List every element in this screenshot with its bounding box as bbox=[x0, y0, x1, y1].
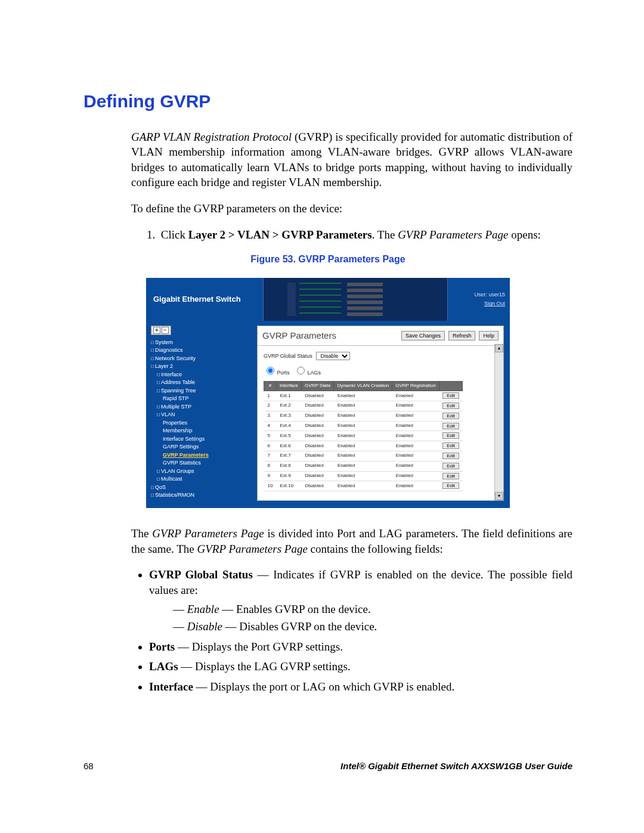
nav-expand-collapse[interactable]: +− bbox=[151, 326, 171, 335]
gvrp-screenshot: Gigabit Ethernet Switch User: user15 Sig… bbox=[146, 278, 510, 508]
refresh-button[interactable]: Refresh bbox=[448, 331, 476, 341]
page-number: 68 bbox=[83, 760, 94, 772]
cell-num: 8 bbox=[264, 461, 277, 471]
table-row: 9Ext.9DisabledEnabledEnabledEdit bbox=[264, 471, 463, 481]
disable-desc: — Disables GVRP on the device. bbox=[222, 620, 377, 633]
gvrp-table: # Interface GVRP State Dynamic VLAN Crea… bbox=[264, 381, 463, 491]
nav-item[interactable]: QoS bbox=[151, 484, 253, 492]
edit-button[interactable]: Edit bbox=[442, 423, 459, 429]
field-name: Interface bbox=[149, 680, 193, 693]
table-row: 1Ext.1DisabledEnabledEnabledEdit bbox=[264, 391, 463, 401]
edit-button[interactable]: Edit bbox=[442, 453, 459, 459]
global-status-select[interactable]: Disable bbox=[316, 352, 350, 360]
cell-state: Disabled bbox=[302, 441, 334, 451]
scrollbar[interactable]: ▴ ▾ bbox=[494, 344, 503, 500]
nav-item[interactable]: Multicast bbox=[157, 475, 253, 484]
nav-item[interactable]: Interface Settings bbox=[163, 435, 253, 444]
cell-num: 10 bbox=[264, 481, 277, 491]
edit-button[interactable]: Edit bbox=[442, 463, 459, 469]
nav-item[interactable]: Multiple STP bbox=[157, 403, 253, 411]
to-define-line: To define the GVRP parameters on the dev… bbox=[131, 201, 572, 216]
help-button[interactable]: Help bbox=[479, 331, 499, 341]
step-number: 1. bbox=[147, 228, 155, 241]
edit-button[interactable]: Edit bbox=[442, 392, 459, 399]
cell-iface: Ext.4 bbox=[276, 421, 301, 431]
field-definition-list: GVRP Global Status — Indicates if GVRP i… bbox=[149, 567, 572, 694]
cell-state: Disabled bbox=[302, 431, 334, 441]
cell-reg: Enabled bbox=[392, 391, 439, 401]
nav-item[interactable]: Spanning Tree bbox=[157, 387, 253, 395]
nav-item[interactable]: Membership bbox=[163, 427, 253, 435]
after-shot-paragraph: The GVRP Parameters Page is divided into… bbox=[131, 526, 572, 556]
edit-button[interactable]: Edit bbox=[442, 442, 459, 449]
cell-num: 4 bbox=[264, 421, 277, 431]
nav-item[interactable]: Diagnostics bbox=[151, 346, 253, 355]
cell-dyn: Enabled bbox=[334, 421, 392, 431]
step-bold-path: Layer 2 > VLAN > GVRP Parameters bbox=[188, 228, 372, 241]
after-i2: GVRP Parameters Page bbox=[197, 543, 307, 555]
intro-term-italic: GARP VLAN Registration Protocol bbox=[131, 131, 292, 143]
table-row: 5Ext.5DisabledEnabledEnabledEdit bbox=[264, 431, 463, 441]
nav-item[interactable]: GARP Settings bbox=[163, 443, 253, 451]
col-edit bbox=[439, 382, 463, 391]
nav-item[interactable]: Rapid STP bbox=[163, 395, 253, 403]
field-name: LAGs bbox=[149, 660, 178, 673]
nav-item[interactable]: VLAN bbox=[157, 411, 253, 419]
cell-iface: Ext.7 bbox=[276, 451, 301, 461]
field-lags: LAGs — Displays the LAG GVRP settings. bbox=[149, 659, 572, 674]
edit-button[interactable]: Edit bbox=[442, 402, 459, 409]
field-value-enable: Enable — Enables GVRP on the device. bbox=[173, 602, 572, 617]
port-lag-radio-row: Ports LAGs bbox=[264, 365, 497, 376]
lags-radio[interactable] bbox=[297, 367, 305, 374]
nav-item[interactable]: Interface bbox=[157, 371, 253, 379]
nav-item[interactable]: GVRP Parameters bbox=[163, 451, 253, 460]
nav-item[interactable]: System bbox=[151, 339, 253, 347]
page-footer: 68 Intel® Gigabit Ethernet Switch AXXSW1… bbox=[83, 760, 572, 772]
scroll-up-icon[interactable]: ▴ bbox=[495, 344, 503, 352]
nav-item[interactable]: Network Security bbox=[151, 355, 253, 363]
field-value-disable: Disable — Disables GVRP on the device. bbox=[173, 619, 572, 634]
nav-item[interactable]: VLAN Groups bbox=[157, 467, 253, 476]
nav-item[interactable]: Properties bbox=[163, 419, 253, 428]
cell-iface: Ext.6 bbox=[276, 441, 301, 451]
ports-radio[interactable] bbox=[267, 367, 274, 374]
after-a: The bbox=[131, 527, 152, 540]
nav-item[interactable]: GVRP Statistics bbox=[163, 459, 253, 467]
after-i1: GVRP Parameters Page bbox=[152, 527, 264, 540]
page-title: GVRP Parameters bbox=[262, 330, 336, 342]
col-gvrp-state: GVRP State bbox=[302, 382, 334, 391]
sign-out-link[interactable]: Sign Out bbox=[484, 300, 505, 307]
nav-item[interactable]: Layer 2 bbox=[151, 363, 253, 371]
ss-top-bar: Gigabit Ethernet Switch User: user15 Sig… bbox=[146, 278, 510, 321]
cell-state: Disabled bbox=[302, 451, 334, 461]
table-row: 4Ext.4DisabledEnabledEnabledEdit bbox=[264, 421, 463, 431]
edit-button[interactable]: Edit bbox=[442, 432, 459, 439]
figure-caption: Figure 53. GVRP Parameters Page bbox=[83, 253, 572, 266]
edit-button[interactable]: Edit bbox=[442, 413, 459, 419]
cell-dyn: Enabled bbox=[334, 401, 392, 411]
col-num: # bbox=[264, 382, 277, 391]
edit-button[interactable]: Edit bbox=[442, 473, 459, 479]
table-row: 8Ext.8DisabledEnabledEnabledEdit bbox=[264, 461, 463, 471]
cell-num: 6 bbox=[264, 441, 277, 451]
cell-iface: Ext.10 bbox=[276, 481, 301, 491]
cell-reg: Enabled bbox=[392, 451, 439, 461]
edit-button[interactable]: Edit bbox=[442, 482, 459, 489]
nav-item[interactable]: Statistics/RMON bbox=[151, 491, 253, 500]
cell-dyn: Enabled bbox=[334, 461, 392, 471]
nav-item[interactable]: Address Table bbox=[157, 379, 253, 387]
save-changes-button[interactable]: Save Changes bbox=[401, 331, 445, 341]
scroll-down-icon[interactable]: ▾ bbox=[495, 492, 503, 500]
section-heading: Defining GVRP bbox=[83, 89, 572, 114]
cell-reg: Enabled bbox=[392, 431, 439, 441]
step-pre: Click bbox=[161, 228, 188, 241]
cell-state: Disabled bbox=[302, 461, 334, 471]
lags-radio-label: LAGs bbox=[308, 370, 321, 376]
cell-num: 1 bbox=[264, 391, 277, 401]
cell-dyn: Enabled bbox=[334, 431, 392, 441]
table-row: 6Ext.6DisabledEnabledEnabledEdit bbox=[264, 441, 463, 451]
cell-reg: Enabled bbox=[392, 421, 439, 431]
cell-reg: Enabled bbox=[392, 461, 439, 471]
field-name: Ports bbox=[149, 640, 175, 653]
cell-state: Disabled bbox=[302, 421, 334, 431]
